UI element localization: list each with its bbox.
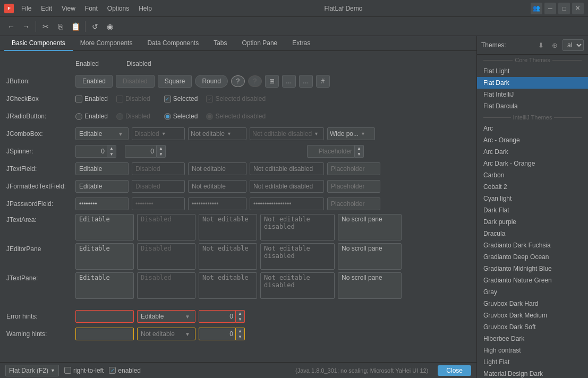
spinner-1-up[interactable]: ▲ <box>107 145 116 151</box>
error-spinner-input[interactable] <box>199 310 236 323</box>
spinner-3-down[interactable]: ▼ <box>355 151 363 157</box>
theme-carbon[interactable]: Carbon <box>477 169 588 181</box>
textfield-placeholder[interactable] <box>327 162 380 175</box>
theme-gradianto-nature-green[interactable]: Gradianto Nature Green <box>477 274 588 286</box>
textfield-editable[interactable] <box>75 162 129 175</box>
btn-enabled[interactable]: Enabled <box>75 75 113 88</box>
warning-spinner-down[interactable]: ▼ <box>236 334 244 340</box>
close-window-button[interactable]: ✕ <box>572 3 584 14</box>
spinner-2-input[interactable] <box>125 145 157 158</box>
theme-arc-dark-orange[interactable]: Arc Dark - Orange <box>477 158 588 169</box>
theme-cobalt2[interactable]: Cobalt 2 <box>477 181 588 193</box>
btn-icon3[interactable]: … <box>299 75 313 88</box>
error-input-1[interactable] <box>75 310 134 323</box>
theme-gray[interactable]: Gray <box>477 286 588 298</box>
error-combobox-arrow[interactable]: ▼ <box>183 314 192 320</box>
btn-help1[interactable]: ? <box>231 75 245 87</box>
eye-button[interactable]: ◉ <box>103 20 117 33</box>
btn-help2[interactable]: ? <box>248 75 262 87</box>
minimize-button[interactable]: ─ <box>544 3 556 14</box>
theme-gradianto-dark-fuchsia[interactable]: Gradianto Dark Fuchsia <box>477 239 588 251</box>
menu-font[interactable]: Font <box>81 4 102 13</box>
tab-basic-components[interactable]: Basic Components <box>4 36 73 51</box>
spinner-1-down[interactable]: ▼ <box>107 151 116 157</box>
theme-gruvbox-dark-medium[interactable]: Gruvbox Dark Medium <box>477 310 588 321</box>
btn-icon4[interactable]: # <box>316 75 330 88</box>
radio-selected[interactable]: Selected <box>164 113 198 120</box>
theme-gruvbox-dark-soft[interactable]: Gruvbox Dark Soft <box>477 321 588 333</box>
checkbox-enabled[interactable]: Enabled <box>75 95 108 102</box>
theme-gradianto-midnight-blue[interactable]: Gradianto Midnight Blue <box>477 263 588 274</box>
tab-more-components[interactable]: More Components <box>73 36 140 51</box>
theme-gradianto-deep-ocean[interactable]: Gradianto Deep Ocean <box>477 251 588 263</box>
users-icon[interactable]: 👥 <box>531 3 542 14</box>
theme-flat-dark[interactable]: Flat Dark <box>477 77 588 89</box>
password-1[interactable] <box>75 197 129 210</box>
refresh-button[interactable]: ↺ <box>88 20 102 33</box>
theme-material-design-dark[interactable]: Material Design Dark <box>477 368 588 378</box>
theme-light-flat[interactable]: Light Flat <box>477 356 588 368</box>
theme-dark-flat[interactable]: Dark Flat <box>477 204 588 216</box>
theme-flat-intellij[interactable]: Flat IntelliJ <box>477 89 588 100</box>
textpane-editable[interactable]: Editable <box>75 272 134 299</box>
theme-arc-orange[interactable]: Arc - Orange <box>477 134 588 146</box>
theme-gruvbox-dark-hard[interactable]: Gruvbox Dark Hard <box>477 298 588 310</box>
warning-spinner-up[interactable]: ▲ <box>236 328 244 334</box>
menu-edit[interactable]: Edit <box>37 4 56 13</box>
menu-help[interactable]: Help <box>134 4 156 13</box>
cut-button[interactable]: ✂ <box>39 20 53 33</box>
menu-options[interactable]: Options <box>103 4 133 13</box>
btn-round[interactable]: Round <box>195 75 227 88</box>
copy-button[interactable]: ⎘ <box>54 20 67 33</box>
theme-high-contrast[interactable]: High contrast <box>477 345 588 356</box>
theme-dracula[interactable]: Dracula <box>477 228 588 239</box>
theme-select-button[interactable]: Flat Dark (F2) ▼ <box>5 365 59 376</box>
btn-icon2[interactable]: … <box>282 75 296 88</box>
checkbox-selected[interactable]: ✓ Selected <box>164 95 198 102</box>
combobox-editable-arrow[interactable]: ▼ <box>116 131 125 137</box>
warning-input-1[interactable] <box>75 328 134 340</box>
back-button[interactable]: ← <box>4 20 18 33</box>
combobox-editable-input[interactable]: Editable <box>76 128 116 140</box>
textarea-editable[interactable]: Editable <box>75 214 134 240</box>
error-spinner-up[interactable]: ▲ <box>236 311 244 316</box>
btn-icon1[interactable]: ⊞ <box>265 75 279 88</box>
spinner-2-up[interactable]: ▲ <box>157 145 165 151</box>
themes-download-icon[interactable]: ⬇ <box>535 39 547 51</box>
theme-arc-dark[interactable]: Arc Dark <box>477 146 588 158</box>
spinner-3-up[interactable]: ▲ <box>355 145 363 151</box>
menu-file[interactable]: File <box>17 4 36 13</box>
close-button[interactable]: Close <box>438 365 471 376</box>
enabled-checkbox[interactable]: ✓ enabled <box>109 367 141 374</box>
theme-hiberbee-dark[interactable]: Hiberbee Dark <box>477 333 588 345</box>
combobox-wide[interactable]: Wide po... ▼ <box>327 127 375 140</box>
theme-flat-light[interactable]: Flat Light <box>477 65 588 77</box>
warning-spinner-input[interactable] <box>199 328 236 340</box>
tab-data-components[interactable]: Data Components <box>140 36 206 51</box>
theme-cyan-light[interactable]: Cyan light <box>477 193 588 204</box>
maximize-button[interactable]: □ <box>558 3 570 14</box>
themes-filter-select[interactable]: all <box>563 39 584 51</box>
spinner-2-down[interactable]: ▼ <box>157 151 165 157</box>
formatted-placeholder[interactable] <box>327 180 380 193</box>
menu-view[interactable]: View <box>57 4 80 13</box>
warning-combobox-arrow[interactable]: ▼ <box>183 331 192 337</box>
error-spinner-down[interactable]: ▼ <box>236 316 244 322</box>
password-5[interactable] <box>327 197 380 210</box>
error-combobox-input[interactable] <box>138 311 183 322</box>
theme-dark-purple[interactable]: Dark purple <box>477 216 588 228</box>
spinner-1-input[interactable] <box>75 145 107 158</box>
combobox-not-editable[interactable]: Not editable ▼ <box>188 127 246 140</box>
radio-enabled[interactable]: Enabled <box>75 113 108 120</box>
theme-arc[interactable]: Arc <box>477 123 588 134</box>
forward-button[interactable]: → <box>19 20 33 33</box>
rtl-checkbox[interactable]: right-to-left <box>64 367 104 374</box>
btn-square[interactable]: Square <box>158 75 192 88</box>
themes-github-icon[interactable]: ⊕ <box>549 39 560 51</box>
theme-flat-darcula[interactable]: Flat Darcula <box>477 100 588 112</box>
formatted-editable[interactable] <box>75 180 129 193</box>
tab-tabs[interactable]: Tabs <box>206 36 234 51</box>
paste-button[interactable]: 📋 <box>69 20 82 33</box>
editor-editable[interactable]: Editable <box>75 243 134 270</box>
tab-extras[interactable]: Extras <box>285 36 318 51</box>
